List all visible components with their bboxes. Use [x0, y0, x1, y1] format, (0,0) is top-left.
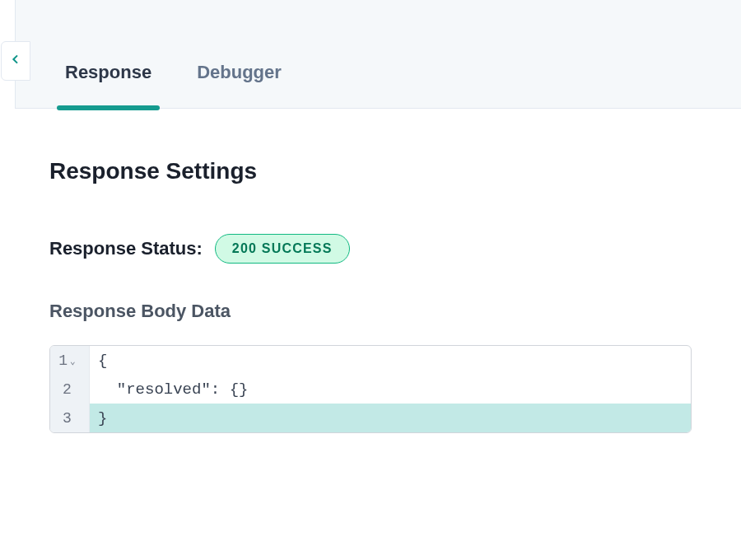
code-line[interactable]: 1⌄{	[50, 346, 691, 375]
chevron-left-icon	[9, 53, 22, 69]
code-text: }	[90, 404, 691, 432]
page-title: Response Settings	[49, 158, 692, 184]
response-panel: Response Settings Response Status: 200 S…	[0, 109, 741, 466]
status-badge: 200 SUCCESS	[215, 234, 350, 264]
code-line[interactable]: 2 "resolved": {}	[50, 375, 691, 404]
code-text: "resolved": {}	[90, 375, 691, 404]
response-body-editor[interactable]: 1⌄{2 "resolved": {}3}	[49, 345, 692, 433]
line-number: 2	[50, 375, 90, 404]
code-line[interactable]: 3}	[50, 404, 691, 432]
fold-toggle-icon[interactable]: ⌄	[70, 357, 76, 366]
collapse-panel-button[interactable]	[1, 41, 30, 81]
line-number: 1⌄	[50, 346, 90, 375]
response-body-label: Response Body Data	[49, 301, 692, 322]
response-status-row: Response Status: 200 SUCCESS	[49, 234, 692, 264]
tab-response[interactable]: Response	[65, 62, 151, 108]
code-text: {	[90, 346, 691, 375]
response-status-label: Response Status:	[49, 238, 203, 259]
tab-header: Response Debugger	[15, 0, 741, 109]
tab-debugger[interactable]: Debugger	[197, 62, 282, 108]
tab-list: Response Debugger	[16, 0, 741, 108]
line-number: 3	[50, 404, 90, 432]
